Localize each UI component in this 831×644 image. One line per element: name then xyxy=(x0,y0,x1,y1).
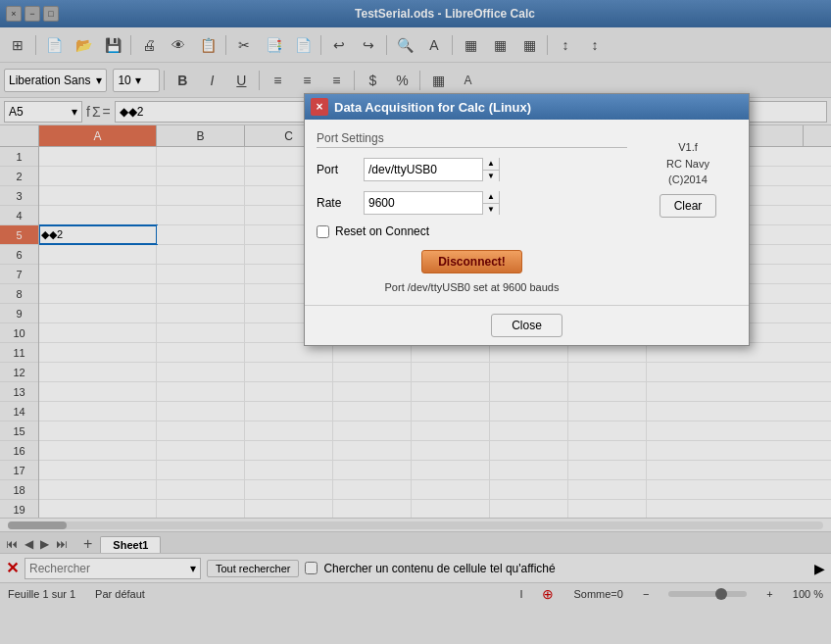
rate-input[interactable] xyxy=(365,192,482,214)
clear-button[interactable]: Clear xyxy=(660,194,717,218)
version-line2: RC Navy xyxy=(666,156,709,173)
dialog-left-panel: Port Settings Port ▲ ▼ Rate xyxy=(317,131,627,293)
rate-spin-up[interactable]: ▲ xyxy=(483,191,499,204)
reset-checkbox-row: Reset on Connect xyxy=(317,224,627,238)
port-spin-up[interactable]: ▲ xyxy=(483,158,499,171)
version-info: V1.f RC Navy (C)2014 xyxy=(666,139,709,188)
data-acquisition-dialog: × Data Acquisition for Calc (Linux) Port… xyxy=(304,93,750,346)
dialog-right-panel: V1.f RC Navy (C)2014 Clear xyxy=(639,131,737,293)
port-spin-down[interactable]: ▼ xyxy=(483,171,499,182)
rate-field-row: Rate ▲ ▼ xyxy=(317,191,627,215)
rate-label: Rate xyxy=(317,196,356,210)
port-field-row: Port ▲ ▼ xyxy=(317,158,627,181)
port-input-wrap: ▲ ▼ xyxy=(364,158,500,181)
rate-input-wrap: ▲ ▼ xyxy=(364,191,500,215)
disconnect-button[interactable]: Disconnect! xyxy=(421,250,522,273)
dialog-title: Data Acquisition for Calc (Linux) xyxy=(334,100,531,115)
dialog-title-bar: × Data Acquisition for Calc (Linux) xyxy=(305,94,749,120)
dialog-close-button[interactable]: Close xyxy=(491,314,562,337)
port-input[interactable] xyxy=(365,159,482,180)
reset-label: Reset on Connect xyxy=(335,224,429,238)
dialog-close-x-btn[interactable]: × xyxy=(311,98,328,116)
dialog-body: Port Settings Port ▲ ▼ Rate xyxy=(305,120,749,305)
version-line1: V1.f xyxy=(666,139,709,156)
rate-spin-down[interactable]: ▼ xyxy=(483,204,499,216)
port-label: Port xyxy=(317,163,356,176)
dialog-footer: Close xyxy=(305,305,749,345)
version-line3: (C)2014 xyxy=(666,172,709,188)
port-spin-buttons: ▲ ▼ xyxy=(482,158,499,181)
reset-checkbox[interactable] xyxy=(317,225,329,238)
port-settings-title: Port Settings xyxy=(317,131,627,148)
port-status-text: Port /dev/ttyUSB0 set at 9600 bauds xyxy=(317,281,627,293)
dialog-overlay: × Data Acquisition for Calc (Linux) Port… xyxy=(0,0,831,644)
rate-spin-buttons: ▲ ▼ xyxy=(482,191,499,215)
